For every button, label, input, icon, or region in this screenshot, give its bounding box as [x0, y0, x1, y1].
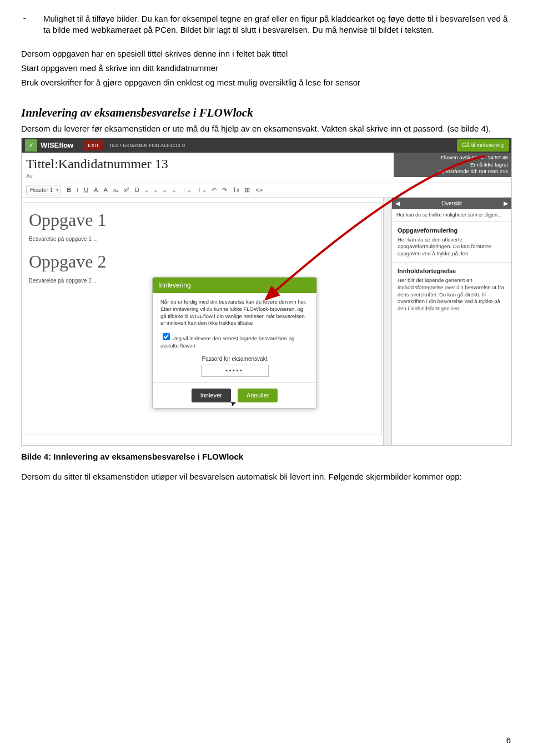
- test-label: TEST EKSAMEN FOR ALI-1111 0: [109, 142, 185, 149]
- wiseflow-logo: ✓: [25, 139, 37, 152]
- symbol-button[interactable]: Ω: [134, 186, 139, 194]
- align-center-button[interactable]: ≡: [154, 186, 157, 194]
- submit-modal: Innlevering Når du er ferdig med din bes…: [152, 277, 317, 409]
- cancel-button[interactable]: Annuller: [238, 389, 278, 402]
- modal-title: Innlevering: [153, 278, 316, 293]
- subscript-button[interactable]: x₂: [113, 186, 119, 194]
- underline-button[interactable]: U: [84, 186, 88, 194]
- bgcolor-button[interactable]: A: [103, 186, 107, 194]
- bullet-list-button[interactable]: ⋮≡: [181, 186, 190, 194]
- brand-label: WISEflow: [41, 140, 73, 150]
- author-label: Av:: [26, 173, 389, 180]
- modal-body: Når du er ferdig med din besvarelse kan …: [160, 299, 309, 327]
- section-title: Innlevering av eksamensbesvarelse i FLOW…: [21, 105, 512, 120]
- bullet-item: - Mulighet til å tilføye bilder. Du kan …: [21, 13, 512, 36]
- status-endtime: Flowen avslutter kl. 14:57:45: [397, 154, 508, 162]
- answer-text-1: Besvarelse på oppgave 1 ...: [29, 235, 376, 243]
- status-panel: Flowen avslutter kl. 14:57:45 Ennå ikke …: [394, 153, 511, 177]
- overview-sidebar: ◀ Oversikt ▶ Her kan du se hvilke muligh…: [392, 198, 511, 445]
- password-label: Passord for eksamensvakt: [160, 355, 309, 363]
- confirm-checkbox[interactable]: [163, 333, 170, 340]
- section-intro: Dersom du leverer før eksamenstiden er u…: [21, 123, 512, 134]
- heading-oppgave-1: Oppgave 1: [29, 208, 376, 232]
- bold-button[interactable]: B: [67, 186, 71, 194]
- body-line-3: Bruk overskrifter for å gjøre oppgaven d…: [21, 77, 512, 88]
- vertical-ruler: [383, 198, 392, 445]
- ov-block1-desc: Her kan du se den utleverte oppgaveformu…: [398, 236, 506, 258]
- figure-caption: Bilde 4: Innlevering av eksamensbesvarel…: [21, 451, 512, 462]
- overview-hint: Her kan du se hvilke muligheter som er t…: [392, 209, 511, 221]
- textcolor-button[interactable]: A: [94, 186, 98, 194]
- ov-block2-desc: Her blir det løpende generert en innhold…: [398, 277, 506, 313]
- ov-block1-title: Oppgaveformulering: [398, 226, 506, 235]
- heading-select[interactable]: Header 1: [26, 185, 61, 196]
- editor-toolbar: Header 1 B I U A A x₂ x² Ω ≡ ≡ ≡ ≡ ⋮≡ ⋮≡…: [22, 183, 511, 198]
- bullet-dash: -: [21, 13, 28, 36]
- outro-text: Dersom du sitter til eksamenstiden utløp…: [21, 471, 512, 482]
- bullet-text: Mulighet til å tilføye bilder. Du kan fo…: [43, 13, 512, 36]
- exit-button[interactable]: EXIT: [83, 140, 103, 150]
- undo-button[interactable]: ↶: [212, 186, 217, 194]
- code-button[interactable]: <>: [255, 186, 263, 194]
- status-remaining: Gjenstående tid: 00t 09m 21s: [397, 168, 508, 175]
- title-value[interactable]: Kandidatnummer 13: [58, 157, 168, 171]
- body-line-1: Dersom oppgaven har en spesiell tittel s…: [21, 48, 512, 59]
- body-line-2: Start oppgaven med å skrive inn ditt kan…: [21, 63, 512, 74]
- confirm-checkbox-label: Jeg vil innlevere den senest lagrede bes…: [160, 335, 294, 349]
- redo-button[interactable]: ↷: [222, 186, 227, 194]
- go-to-submit-button[interactable]: Gå til innlevering: [457, 139, 509, 152]
- heading-oppgave-2: Oppgave 2: [29, 250, 376, 274]
- align-left-button[interactable]: ≡: [145, 186, 148, 194]
- overview-next-icon[interactable]: ▶: [504, 199, 508, 208]
- align-justify-button[interactable]: ≡: [172, 186, 175, 194]
- password-input[interactable]: •••••: [201, 365, 269, 377]
- align-right-button[interactable]: ≡: [163, 186, 167, 194]
- title-prefix: Tittel:: [26, 157, 58, 171]
- status-saved: Ennå ikke lagret: [397, 162, 508, 169]
- overview-prev-icon[interactable]: ◀: [395, 199, 400, 208]
- number-list-button[interactable]: ⋮≡: [197, 186, 206, 194]
- submit-button[interactable]: Innlever: [192, 389, 231, 402]
- superscript-button[interactable]: x²: [124, 186, 129, 194]
- ov-block2-title: Innholdsfortegnelse: [398, 267, 506, 275]
- table-button[interactable]: ⊞: [245, 186, 250, 194]
- screenshot-wiseflow: ✓ WISEflow EXIT TEST EKSAMEN FOR ALI-111…: [21, 138, 512, 446]
- clear-format-button[interactable]: Tx: [233, 186, 239, 194]
- page-number: 6: [506, 735, 511, 746]
- italic-button[interactable]: I: [77, 186, 78, 194]
- overview-title: Oversikt: [441, 200, 462, 208]
